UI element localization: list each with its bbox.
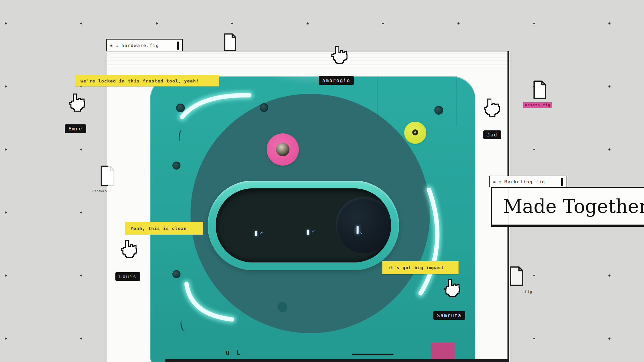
screw-dot: [172, 270, 180, 278]
robot-visor: [208, 181, 399, 270]
file-label: Hardware: [93, 190, 107, 193]
eye-glint: [255, 229, 270, 239]
tab-hardware-file[interactable]: ▣ ○ hardware.fig: [106, 39, 183, 51]
screw-dot: [434, 106, 443, 115]
document-icon[interactable]: [508, 266, 525, 288]
frost-streaks: [107, 53, 509, 68]
comment-banner[interactable]: Yeah, this is clean: [125, 222, 203, 235]
tab-dot-icon: ○: [116, 44, 119, 47]
tab-grid-icon: ▣: [493, 180, 496, 184]
lime-button: [404, 122, 426, 144]
document-icon-faded[interactable]: [99, 164, 116, 188]
cursor-name-label: Ambrogio: [319, 76, 354, 85]
text-caret: [561, 178, 563, 186]
comment-banner[interactable]: we're locked in this frosted tool, yeah!: [75, 75, 219, 86]
document-icon-dark-half: [99, 164, 108, 188]
robot-footer-glyphs: u L: [226, 349, 242, 356]
panel-seam: [331, 116, 475, 116]
tab-dot-icon: ○: [499, 180, 502, 184]
hand-cursor-icon: [119, 240, 138, 260]
artboard-bottom-border: [165, 359, 509, 362]
cursor-name-label: Jad: [483, 130, 501, 139]
screw-dot: [260, 103, 268, 112]
hand-cursor-icon: [481, 99, 501, 119]
file-label-highlighted[interactable]: assets.fig: [523, 102, 552, 108]
cursor-name-label: Emre: [65, 124, 86, 133]
text-caret: [177, 42, 179, 50]
lime-button-pin: [414, 131, 416, 133]
hand-cursor-icon: [329, 46, 348, 66]
cursor-name-label: Samruta: [433, 311, 465, 320]
comment-banner[interactable]: it's got big impact: [382, 261, 459, 274]
eye-glint: [307, 228, 322, 238]
eye-glint: [357, 225, 371, 235]
file-label: - .fig: [517, 290, 533, 294]
pink-screw-cap: [267, 133, 299, 166]
screw-dot: [176, 104, 185, 112]
visor-screen: [216, 188, 391, 262]
document-icon[interactable]: [532, 80, 547, 101]
panel-seam: [377, 76, 378, 119]
tab-marketing-filename: Marketing.fig: [504, 179, 545, 184]
tab-marketing-file[interactable]: ▣ ○ Marketing.fig: [489, 176, 567, 187]
robot-footer-line: [352, 354, 393, 355]
hand-cursor-icon: [67, 94, 86, 114]
design-canvas-workspace: ▣ ○ hardware.fig: [0, 0, 644, 362]
tab-hardware-filename: hardware.fig: [121, 43, 159, 48]
document-icon[interactable]: [223, 33, 237, 53]
cursor-name-label: Louis: [115, 272, 140, 281]
robot-artwork[interactable]: u L: [150, 76, 475, 362]
made-together-title: Made Together: [492, 195, 644, 217]
screw-center: [276, 143, 289, 156]
card-seam-line: [508, 188, 509, 225]
panel-seam: [456, 76, 457, 126]
made-together-card[interactable]: Made Together: [491, 187, 644, 227]
hand-cursor-icon: [442, 279, 461, 299]
screw-dot: [172, 162, 180, 170]
tick-mark: [179, 320, 187, 332]
tab-grid-icon: ▣: [110, 44, 113, 47]
chin-dot: [277, 302, 287, 312]
tick-mark: [178, 129, 184, 141]
